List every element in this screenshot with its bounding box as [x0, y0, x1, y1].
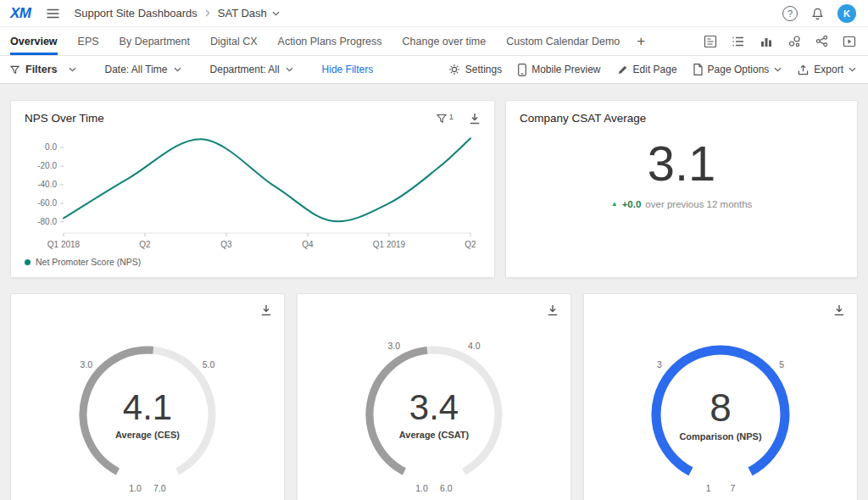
add-tab-button[interactable]: +: [637, 27, 645, 55]
filter-count: 1: [449, 112, 453, 121]
svg-text:1: 1: [706, 483, 711, 493]
report-icon[interactable]: [704, 35, 717, 48]
svg-text:7: 7: [730, 483, 735, 493]
chevron-down-icon: [174, 67, 181, 72]
chevron-right-icon: [205, 9, 210, 17]
csat-delta: ▲ +0.0 over previous 12 months: [611, 199, 753, 209]
svg-text:3.0: 3.0: [387, 341, 400, 351]
tab-eps[interactable]: EPS: [78, 27, 99, 55]
download-icon[interactable]: [260, 304, 272, 316]
dashboard-content: NPS Over Time 1 0.0-20.0-40.0-60.0-80.0Q…: [0, 84, 868, 500]
svg-text:1.0: 1.0: [415, 483, 428, 493]
svg-text:0.0: 0.0: [45, 142, 57, 152]
chevron-down-icon: [774, 67, 782, 72]
svg-text:6.0: 6.0: [440, 483, 453, 493]
delta-up-icon: ▲: [611, 200, 618, 208]
csat-gauge-chart: 3.04.01.06.0: [337, 330, 531, 500]
filter-bar: Filters Date: All Time Department: All H…: [0, 56, 868, 84]
chevron-down-icon: [849, 67, 856, 72]
csat-gauge-widget: 3.04.01.06.0 3.4 Average (CSAT): [297, 293, 571, 500]
widget-title: NPS Over Time: [25, 112, 104, 125]
ces-gauge-chart: 3.05.01.07.0: [50, 330, 245, 500]
tab-overview[interactable]: Overview: [10, 27, 58, 55]
svg-text:Q2: Q2: [139, 240, 151, 249]
svg-text:-40.0: -40.0: [37, 180, 57, 189]
breadcrumb: Support Site Dashboards SAT Dash: [75, 7, 280, 19]
mobile-preview-button[interactable]: Mobile Preview: [518, 64, 600, 76]
widget-filter-button[interactable]: 1: [437, 114, 453, 124]
svg-text:Q2: Q2: [465, 240, 476, 249]
svg-text:3: 3: [657, 359, 662, 369]
download-icon[interactable]: [469, 113, 481, 125]
tab-by-department[interactable]: By Department: [120, 27, 190, 55]
chart-legend: Net Promoter Score (NPS): [25, 257, 481, 267]
tab-change-over-time[interactable]: Change over time: [403, 27, 487, 55]
xm-logo[interactable]: XM: [10, 5, 31, 22]
nps-comparison-gauge-widget: 3517 8 Comparison (NPS): [583, 293, 858, 500]
svg-text:Q1 2018: Q1 2018: [47, 240, 81, 249]
list-icon[interactable]: [732, 35, 745, 48]
settings-button[interactable]: Settings: [448, 64, 502, 75]
svg-text:1.0: 1.0: [129, 483, 142, 493]
svg-text:4.0: 4.0: [468, 341, 481, 351]
svg-text:-60.0: -60.0: [37, 198, 57, 208]
export-icon: [798, 64, 809, 75]
tabs: Overview EPS By Department Digital CX Ac…: [10, 27, 620, 55]
tabbar-toolbar: [704, 27, 856, 55]
chevron-down-icon: [272, 11, 280, 16]
download-icon[interactable]: [547, 304, 559, 316]
legend-dot-icon: [25, 259, 31, 265]
pencil-icon: [617, 64, 628, 75]
menu-icon[interactable]: [45, 7, 61, 20]
page-options-button[interactable]: Page Options: [693, 64, 782, 75]
tab-digital-cx[interactable]: Digital CX: [210, 27, 258, 55]
svg-text:-20.0: -20.0: [37, 161, 57, 170]
svg-text:5: 5: [779, 359, 784, 369]
edit-page-button[interactable]: Edit Page: [617, 64, 677, 75]
chevron-down-icon: [69, 67, 76, 72]
top-bar: XM Support Site Dashboards SAT Dash ? K: [0, 0, 868, 27]
breadcrumb-current[interactable]: SAT Dash: [218, 7, 280, 19]
present-icon[interactable]: [843, 35, 856, 48]
svg-text:7.0: 7.0: [153, 483, 166, 493]
tab-custom-calendar-demo[interactable]: Custom Calendar Demo: [506, 27, 620, 55]
bubble-chart-icon[interactable]: [787, 35, 801, 48]
svg-text:3.0: 3.0: [81, 359, 93, 369]
page-icon: [693, 64, 703, 75]
funnel-icon: [437, 114, 447, 124]
svg-text:-80.0: -80.0: [37, 217, 57, 226]
csat-value: 3.1: [648, 136, 716, 191]
nps-over-time-widget: NPS Over Time 1 0.0-20.0-40.0-60.0-80.0Q…: [10, 100, 495, 278]
download-icon[interactable]: [833, 304, 845, 316]
export-button[interactable]: Export: [798, 64, 856, 75]
filters-dropdown[interactable]: Filters: [10, 64, 76, 75]
ces-gauge-widget: 3.05.01.07.0 4.1 Average (CES): [10, 293, 285, 500]
company-csat-widget: Company CSAT Average 3.1 ▲ +0.0 over pre…: [505, 100, 858, 278]
hide-filters-link[interactable]: Hide Filters: [322, 64, 374, 75]
chevron-down-icon: [286, 67, 293, 72]
breadcrumb-root[interactable]: Support Site Dashboards: [75, 7, 198, 19]
widget-title: Company CSAT Average: [520, 112, 646, 125]
avatar[interactable]: K: [837, 4, 856, 23]
mobile-icon: [518, 64, 526, 76]
tab-action-plans-progress[interactable]: Action Plans Progress: [278, 27, 382, 55]
dashboard-tab-bar: Overview EPS By Department Digital CX Ac…: [0, 27, 868, 56]
nps-comparison-gauge-chart: 3517: [623, 330, 818, 500]
date-filter[interactable]: Date: All Time: [105, 64, 181, 75]
funnel-icon: [10, 65, 19, 75]
share-icon[interactable]: [815, 35, 828, 47]
svg-text:5.0: 5.0: [203, 359, 215, 369]
nps-line-chart: 0.0-20.0-40.0-60.0-80.0Q1 2018Q2Q3Q4Q1 2…: [25, 130, 482, 255]
gear-icon: [448, 64, 460, 75]
department-filter[interactable]: Department: All: [210, 64, 293, 75]
help-icon[interactable]: ?: [782, 6, 798, 21]
bar-chart-icon[interactable]: [760, 35, 773, 48]
svg-text:Q4: Q4: [302, 240, 314, 249]
svg-text:Q3: Q3: [220, 240, 232, 249]
svg-text:Q1 2019: Q1 2019: [373, 240, 406, 249]
notifications-bell-icon[interactable]: [811, 7, 824, 20]
